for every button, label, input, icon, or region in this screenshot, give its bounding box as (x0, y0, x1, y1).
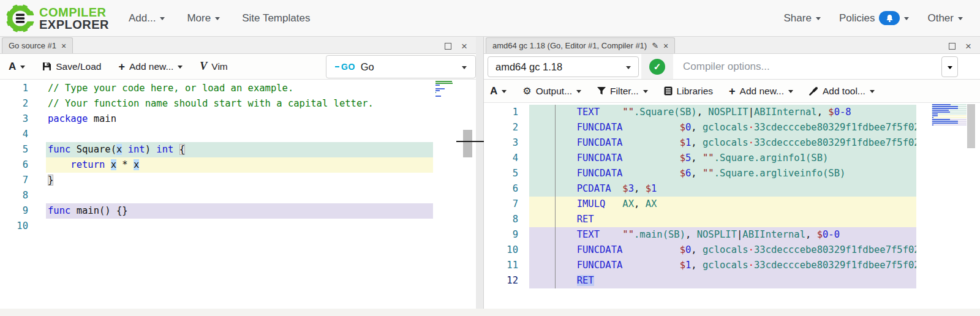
minimap-line (932, 110, 967, 111)
output-button[interactable]: ⚙ Output... (522, 86, 581, 97)
close-icon[interactable]: × (61, 41, 66, 51)
add-new-button[interactable]: + Add new... (729, 86, 793, 97)
chevron-down-icon (462, 66, 467, 69)
chevron-down-icon (20, 66, 25, 69)
line-number: 3 (0, 111, 28, 127)
code-line[interactable]: FUNCDATA $0, gclocals·33cdecccebe80329f1… (529, 120, 916, 135)
close-icon[interactable]: × (461, 43, 467, 50)
top-navbar: COMPILER EXPLORER Add... More Site Templ… (0, 0, 980, 37)
line-number: 4 (0, 127, 28, 142)
code-line[interactable]: PCDATA $3, $1 (529, 181, 916, 197)
code-line[interactable]: return x * x (46, 157, 433, 173)
bell-icon (886, 14, 894, 23)
line-number: 8 (484, 212, 518, 227)
minimap-line (932, 111, 967, 113)
chevron-down-icon (904, 17, 909, 20)
close-icon[interactable]: × (965, 43, 971, 50)
code-line[interactable]: FUNCDATA $6, "".Square.argliveinfo(SB) (529, 166, 916, 181)
chevron-down-icon (643, 90, 648, 93)
minimap-line (932, 122, 967, 124)
notification-badge[interactable] (879, 11, 900, 25)
font-size-button[interactable]: A (490, 85, 507, 97)
assembly-output-editor[interactable]: 123456789101112 TEXT "".Square(SB), NOSP… (484, 103, 980, 309)
code-line[interactable]: // Your function name should start with … (46, 96, 433, 111)
code-line[interactable]: TEXT "".main(SB), NOSPLIT|ABIInternal, $… (529, 227, 916, 243)
menu-add[interactable]: Add... (129, 12, 165, 24)
menu-share[interactable]: Share (784, 12, 821, 24)
compile-success-icon: ✓ (649, 59, 665, 75)
code-line[interactable]: } (46, 173, 433, 188)
chevron-down-icon (160, 17, 165, 20)
code-line[interactable]: package main (46, 111, 433, 127)
code-line[interactable]: FUNCDATA $0, gclocals·33cdecccebe80329f1… (529, 243, 916, 258)
add-new-button[interactable]: + Add new... (118, 61, 183, 72)
scrollbar-thumb[interactable] (967, 104, 975, 148)
minimap-line (932, 121, 967, 122)
menu-policies[interactable]: Policies (839, 11, 910, 25)
save-load-button[interactable]: Save/Load (42, 61, 101, 72)
minimap-line (435, 83, 454, 84)
code-line[interactable]: IMULQ AX, AX (529, 197, 916, 212)
line-number: 1 (484, 105, 518, 120)
minimap[interactable] (435, 81, 454, 99)
code-line[interactable] (46, 219, 433, 234)
code-line[interactable] (46, 188, 433, 203)
code-line[interactable] (46, 127, 433, 142)
maximize-icon[interactable] (949, 43, 956, 50)
book-icon (664, 86, 673, 96)
line-number: 4 (484, 151, 518, 166)
chevron-down-icon (816, 17, 821, 20)
source-editor[interactable]: 12345678910 // Type your code here, or l… (0, 80, 476, 309)
compiler-select[interactable]: amd64 gc 1.18 (488, 56, 639, 77)
code-line[interactable]: TEXT "".Square(SB), NOSPLIT|ABIInternal,… (529, 105, 916, 120)
code-line[interactable]: RET (529, 273, 916, 288)
splitter-drag-handle[interactable] (456, 141, 484, 142)
minimap-line (435, 81, 454, 82)
navbar-menu-right: Share Policies Other (784, 11, 963, 25)
tab-compiler-output[interactable]: amd64 gc 1.18 (Go, Editor #1, Compiler #… (486, 37, 675, 53)
code-line[interactable]: FUNCDATA $1, gclocals·33cdecccebe80329f1… (529, 258, 916, 273)
menu-more[interactable]: More (187, 12, 220, 24)
menu-other[interactable]: Other (927, 12, 963, 24)
add-tool-button[interactable]: Add tool... (809, 86, 875, 97)
minimap-line (435, 85, 454, 86)
app-logo[interactable]: COMPILER EXPLORER (6, 4, 109, 32)
compiler-options-input[interactable] (673, 54, 941, 79)
minimap-line (435, 96, 454, 97)
close-icon[interactable]: × (663, 41, 668, 51)
line-number: 12 (484, 273, 518, 288)
language-select[interactable]: GO Go (326, 55, 476, 78)
scrollbar-thumb[interactable] (463, 130, 472, 157)
chevron-down-icon (576, 90, 581, 93)
chevron-down-icon (870, 90, 875, 93)
options-dropdown-button[interactable] (941, 56, 958, 77)
minimap[interactable] (932, 104, 967, 126)
tab-go-source[interactable]: Go source #1 × (2, 37, 73, 53)
line-number: 2 (0, 96, 28, 111)
font-size-button[interactable]: A (9, 61, 25, 73)
maximize-icon[interactable] (445, 43, 451, 50)
navbar-menu-left: Add... More Site Templates (129, 12, 310, 24)
chevron-down-icon (178, 66, 183, 69)
minimap-line (435, 90, 454, 91)
line-number: 5 (0, 142, 28, 157)
code-area[interactable]: TEXT "".Square(SB), NOSPLIT|ABIInternal,… (529, 103, 916, 288)
minimap-line (932, 119, 967, 120)
libraries-button[interactable]: Libraries (664, 86, 713, 97)
compile-status-zone: ✓ (641, 54, 673, 79)
code-area[interactable]: // Type your code here, or load an examp… (46, 80, 433, 234)
code-line[interactable]: func main() {} (46, 203, 433, 219)
code-line[interactable]: // Type your code here, or load an examp… (46, 81, 433, 96)
filter-button[interactable]: Filter... (597, 86, 648, 97)
menu-site-templates[interactable]: Site Templates (242, 12, 310, 24)
minimap-line (932, 108, 967, 109)
code-line[interactable]: RET (529, 212, 916, 227)
pane-splitter[interactable] (476, 37, 483, 316)
vim-toggle-button[interactable]: V Vim (200, 60, 227, 73)
chevron-down-icon (215, 17, 220, 20)
code-line[interactable]: FUNCDATA $1, gclocals·33cdecccebe80329f1… (529, 135, 916, 151)
code-line[interactable]: FUNCDATA $5, "".Square.arginfo1(SB) (529, 151, 916, 166)
rename-pencil-icon[interactable]: ✎ (652, 41, 658, 50)
code-line[interactable]: func Square(x int) int { (46, 142, 433, 157)
line-number: 10 (484, 243, 518, 258)
